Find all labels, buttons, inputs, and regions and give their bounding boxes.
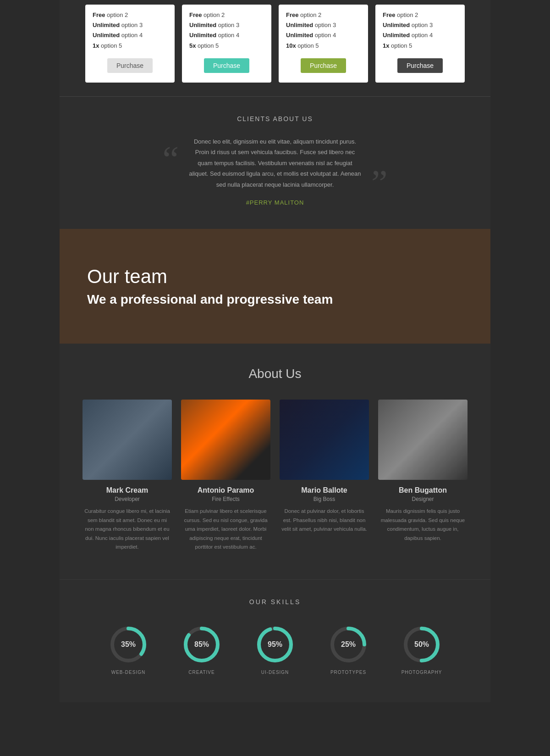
clients-title: CLIENTS ABOUT US — [96, 115, 454, 122]
open-quote-icon: “ — [162, 141, 179, 178]
clients-quote-text: Donec leo elit, dignissim eu elit vitae,… — [188, 136, 362, 190]
member-bio-3: Donec at pulvinar dolor, et lobortis est… — [280, 507, 369, 534]
option-unlimited3-4: Unlimited option 3 — [383, 21, 433, 29]
option-5x-2: 5x option 5 — [189, 42, 219, 50]
member-name-3: Mario Ballote — [280, 486, 369, 495]
team-member-3: Mario Ballote Big Boss Donec at pulvinar… — [280, 400, 369, 552]
member-name-2: Antonio Paramo — [181, 486, 270, 495]
skill-item-0: 35% WEB-DESIGN — [99, 624, 158, 675]
option-unlimited4-3: Unlimited option 4 — [286, 31, 336, 39]
option-unlimited3-3: Unlimited option 3 — [286, 21, 336, 29]
about-title: About Us — [78, 367, 472, 381]
member-bio-4: Mauris dignissim felis quis justo malesu… — [378, 507, 468, 543]
pricing-card-2: Free option 2 Unlimited option 3 Unlimit… — [182, 5, 271, 83]
option-free-1: Free option 2 — [93, 11, 128, 19]
team-photo-4 — [378, 400, 468, 480]
photo-mark-bugatton — [378, 400, 468, 480]
skill-donut-3: 25% — [328, 624, 369, 665]
purchase-button-2[interactable]: Purchase — [204, 58, 249, 73]
pricing-card-4: Free option 2 Unlimited option 3 Unlimit… — [375, 5, 465, 83]
skill-item-1: 85% CREATIVE — [172, 624, 231, 675]
skill-item-4: 50% PHOTOGRAPHY — [392, 624, 451, 675]
clients-quote-wrapper: “ Donec leo elit, dignissim eu elit vita… — [96, 136, 454, 206]
member-bio-1: Curabitur congue libero mi, et lacinia s… — [82, 507, 172, 552]
pricing-cards: Free option 2 Unlimited option 3 Unlimit… — [78, 0, 472, 83]
skill-label-1: CREATIVE — [172, 670, 231, 675]
skill-label-3: PROTOTYPES — [319, 670, 378, 675]
about-section: About Us Mark Cream Developer Curabitur … — [60, 344, 490, 579]
option-10x-3: 10x option 5 — [286, 42, 319, 50]
member-bio-2: Etiam pulvinar libero et scelerisque cur… — [181, 507, 270, 552]
member-role-2: Fire Effects — [181, 496, 270, 502]
photo-mark-paramo — [181, 400, 270, 480]
skill-percent-0: 35% — [121, 640, 136, 649]
purchase-button-4[interactable]: Purchase — [397, 58, 443, 73]
team-banner: Our team We a professional and progressi… — [60, 229, 490, 344]
skill-item-3: 25% PROTOTYPES — [319, 624, 378, 675]
member-name-4: Ben Bugatton — [378, 486, 468, 495]
option-unlimited3-2: Unlimited option 3 — [189, 21, 239, 29]
skills-title: OUR SKILLS — [78, 598, 472, 606]
skill-percent-1: 85% — [194, 640, 209, 649]
option-unlimited4-1: Unlimited option 4 — [93, 31, 143, 39]
team-heading: Our team — [87, 266, 463, 288]
skill-donut-1: 85% — [181, 624, 222, 665]
close-quote-icon: ” — [371, 165, 388, 201]
team-member-1: Mark Cream Developer Curabitur congue li… — [82, 400, 172, 552]
option-1x-1: 1x option 5 — [93, 42, 122, 50]
purchase-button-3[interactable]: Purchase — [301, 58, 346, 73]
pricing-card-1: Free option 2 Unlimited option 3 Unlimit… — [85, 5, 175, 83]
skill-item-2: 95% UI-DESIGN — [245, 624, 305, 675]
team-photo-2 — [181, 400, 270, 480]
pricing-card-3: Free option 2 Unlimited option 3 Unlimit… — [279, 5, 368, 83]
photo-mark-cream — [82, 400, 172, 480]
team-subheading: We a professional and progressive team — [87, 292, 463, 307]
option-free-2: Free option 2 — [189, 11, 225, 19]
option-free-3: Free option 2 — [286, 11, 321, 19]
option-unlimited4-2: Unlimited option 4 — [189, 31, 239, 39]
member-role-3: Big Boss — [280, 496, 369, 502]
member-role-1: Developer — [82, 496, 172, 502]
skill-label-0: WEB-DESIGN — [99, 670, 158, 675]
skill-label-4: PHOTOGRAPHY — [392, 670, 451, 675]
clients-section: CLIENTS ABOUT US “ Donec leo elit, digni… — [60, 96, 490, 229]
option-unlimited3-1: Unlimited option 3 — [93, 21, 143, 29]
team-photo-1 — [82, 400, 172, 480]
skill-donut-2: 95% — [254, 624, 296, 665]
team-photo-3 — [280, 400, 369, 480]
photo-mark-ballote — [280, 400, 369, 480]
purchase-button-1[interactable]: Purchase — [107, 58, 153, 73]
skill-donut-0: 35% — [108, 624, 149, 665]
option-unlimited4-4: Unlimited option 4 — [383, 31, 433, 39]
skill-label-2: UI-DESIGN — [245, 670, 305, 675]
team-grid: Mark Cream Developer Curabitur congue li… — [78, 400, 472, 552]
skills-grid: 35% WEB-DESIGN 85% CREATIVE 95% UI-DESIG… — [78, 624, 472, 675]
member-role-4: Designer — [378, 496, 468, 502]
skill-percent-4: 50% — [414, 640, 429, 649]
member-name-1: Mark Cream — [82, 486, 172, 495]
option-1x-4: 1x option 5 — [383, 42, 412, 50]
skill-donut-4: 50% — [401, 624, 442, 665]
team-member-4: Ben Bugatton Designer Mauris dignissim f… — [378, 400, 468, 552]
team-member-2: Antonio Paramo Fire Effects Etiam pulvin… — [181, 400, 270, 552]
clients-author: #PERRY MALITON — [188, 199, 362, 206]
option-free-4: Free option 2 — [383, 11, 418, 19]
pricing-section: Free option 2 Unlimited option 3 Unlimit… — [60, 0, 490, 96]
skill-percent-2: 95% — [268, 640, 282, 649]
skill-percent-3: 25% — [341, 640, 356, 649]
skills-section: OUR SKILLS 35% WEB-DESIGN 85% CREATIVE 9… — [60, 579, 490, 702]
